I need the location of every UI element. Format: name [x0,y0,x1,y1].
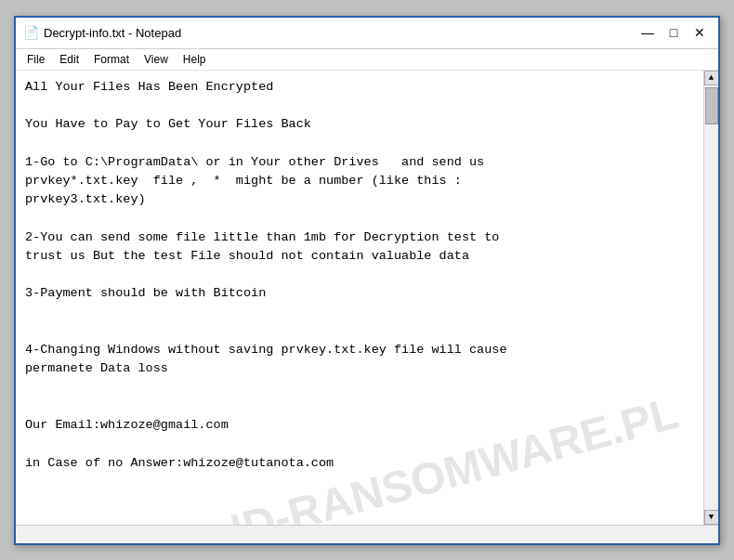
menu-format[interactable]: Format [88,51,135,68]
scroll-down-arrow[interactable]: ▼ [704,510,719,525]
content-area: All Your Files Has Been Encrypted You Ha… [16,71,718,525]
scrollbar[interactable]: ▲ ▼ [703,71,718,525]
window-title: Decrypt-info.txt - Notepad [44,26,181,40]
title-bar-controls: — □ ✕ [636,21,711,44]
menu-view[interactable]: View [138,51,174,68]
scroll-up-arrow[interactable]: ▲ [704,71,719,85]
menu-help[interactable]: Help [177,51,212,68]
close-button[interactable]: ✕ [688,21,711,44]
menu-file[interactable]: File [21,51,50,68]
notepad-content: All Your Files Has Been Encrypted You Ha… [25,78,694,473]
title-bar: 📄 Decrypt-info.txt - Notepad — □ ✕ [16,18,718,49]
app-icon: 📄 [23,25,38,40]
maximize-button[interactable]: □ [662,21,685,44]
minimize-button[interactable]: — [636,21,659,44]
notepad-window: 📄 Decrypt-info.txt - Notepad — □ ✕ File … [14,16,720,545]
scroll-track[interactable] [704,85,718,510]
status-bar [16,525,718,543]
title-bar-left: 📄 Decrypt-info.txt - Notepad [23,25,181,40]
menu-bar: File Edit Format View Help [16,49,718,71]
menu-edit[interactable]: Edit [54,51,85,68]
scroll-thumb[interactable] [705,87,718,124]
text-area[interactable]: All Your Files Has Been Encrypted You Ha… [16,71,703,525]
